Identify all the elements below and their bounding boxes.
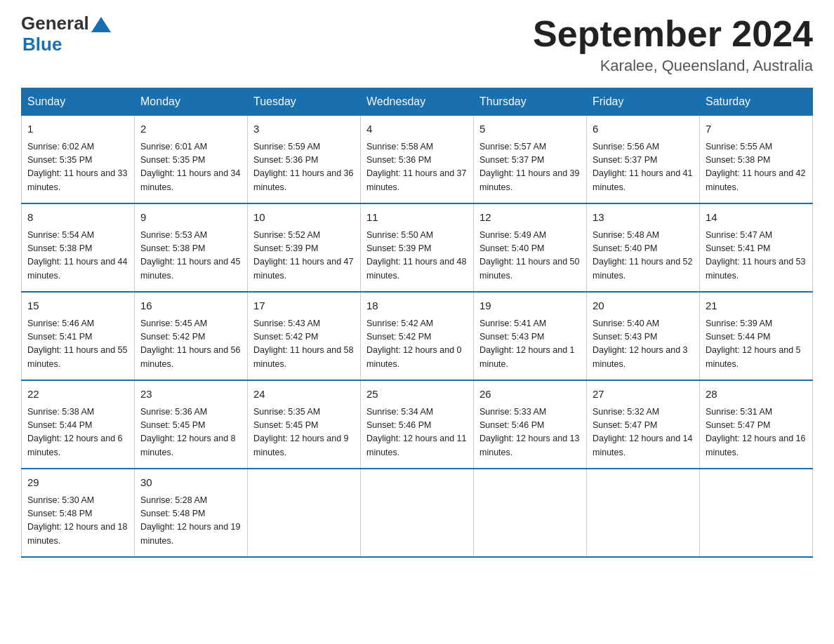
week-row-5: 29Sunrise: 5:30 AMSunset: 5:48 PMDayligh… — [22, 469, 813, 557]
day-info: Sunrise: 5:53 AMSunset: 5:38 PMDaylight:… — [140, 229, 241, 283]
day-number: 17 — [253, 298, 355, 314]
day-info: Sunrise: 5:58 AMSunset: 5:36 PMDaylight:… — [366, 140, 468, 195]
day-info: Sunrise: 5:59 AMSunset: 5:36 PMDaylight:… — [253, 140, 355, 195]
day-number: 9 — [140, 210, 241, 226]
calendar-cell: 16Sunrise: 5:45 AMSunset: 5:42 PMDayligh… — [135, 292, 248, 380]
calendar-cell: 5Sunrise: 5:57 AMSunset: 5:37 PMDaylight… — [474, 116, 587, 204]
day-number: 23 — [140, 387, 241, 403]
logo-triangle-icon — [91, 17, 111, 32]
day-info: Sunrise: 6:02 AMSunset: 5:35 PMDaylight:… — [27, 140, 128, 195]
calendar-cell: 2Sunrise: 6:01 AMSunset: 5:35 PMDaylight… — [135, 116, 248, 204]
calendar-cell: 11Sunrise: 5:50 AMSunset: 5:39 PMDayligh… — [361, 203, 474, 292]
day-number: 13 — [593, 210, 694, 226]
calendar-cell: 18Sunrise: 5:42 AMSunset: 5:42 PMDayligh… — [361, 292, 474, 380]
week-row-1: 1Sunrise: 6:02 AMSunset: 5:35 PMDaylight… — [22, 116, 813, 204]
header-day-thursday: Thursday — [474, 88, 587, 116]
day-number: 4 — [366, 121, 468, 137]
calendar-cell: 9Sunrise: 5:53 AMSunset: 5:38 PMDaylight… — [135, 203, 248, 292]
day-number: 25 — [366, 387, 468, 403]
calendar-cell: 13Sunrise: 5:48 AMSunset: 5:40 PMDayligh… — [587, 203, 700, 292]
header-day-sunday: Sunday — [22, 88, 135, 116]
calendar-cell: 27Sunrise: 5:32 AMSunset: 5:47 PMDayligh… — [587, 380, 700, 469]
day-info: Sunrise: 5:35 AMSunset: 5:45 PMDaylight:… — [253, 405, 355, 460]
calendar-cell — [700, 469, 813, 557]
main-title: September 2024 — [533, 14, 813, 54]
day-info: Sunrise: 5:34 AMSunset: 5:46 PMDaylight:… — [366, 405, 468, 460]
header-day-monday: Monday — [135, 88, 248, 116]
calendar-body: 1Sunrise: 6:02 AMSunset: 5:35 PMDaylight… — [22, 116, 813, 558]
calendar-cell: 8Sunrise: 5:54 AMSunset: 5:38 PMDaylight… — [22, 203, 135, 292]
calendar-cell: 4Sunrise: 5:58 AMSunset: 5:36 PMDaylight… — [361, 116, 474, 204]
day-info: Sunrise: 5:56 AMSunset: 5:37 PMDaylight:… — [593, 140, 694, 195]
logo-general-text: General — [21, 14, 89, 32]
day-number: 11 — [366, 210, 468, 226]
calendar-cell: 19Sunrise: 5:41 AMSunset: 5:43 PMDayligh… — [474, 292, 587, 380]
day-info: Sunrise: 5:52 AMSunset: 5:39 PMDaylight:… — [253, 229, 355, 283]
calendar-cell: 26Sunrise: 5:33 AMSunset: 5:46 PMDayligh… — [474, 380, 587, 469]
day-info: Sunrise: 5:36 AMSunset: 5:45 PMDaylight:… — [140, 405, 241, 460]
day-info: Sunrise: 5:54 AMSunset: 5:38 PMDaylight:… — [27, 229, 128, 283]
day-info: Sunrise: 5:57 AMSunset: 5:37 PMDaylight:… — [479, 140, 581, 195]
day-info: Sunrise: 5:48 AMSunset: 5:40 PMDaylight:… — [593, 229, 694, 283]
calendar-cell: 15Sunrise: 5:46 AMSunset: 5:41 PMDayligh… — [22, 292, 135, 380]
day-number: 18 — [366, 298, 468, 314]
day-info: Sunrise: 5:49 AMSunset: 5:40 PMDaylight:… — [479, 229, 581, 283]
calendar-cell — [361, 469, 474, 557]
day-info: Sunrise: 5:43 AMSunset: 5:42 PMDaylight:… — [253, 317, 355, 372]
day-info: Sunrise: 5:33 AMSunset: 5:46 PMDaylight:… — [479, 405, 581, 460]
day-info: Sunrise: 5:38 AMSunset: 5:44 PMDaylight:… — [27, 405, 128, 460]
logo-blue-text: Blue — [22, 34, 62, 55]
calendar-cell: 3Sunrise: 5:59 AMSunset: 5:36 PMDaylight… — [248, 116, 361, 204]
header-day-wednesday: Wednesday — [361, 88, 474, 116]
calendar-header: SundayMondayTuesdayWednesdayThursdayFrid… — [22, 88, 813, 116]
day-info: Sunrise: 5:50 AMSunset: 5:39 PMDaylight:… — [366, 229, 468, 283]
calendar-table: SundayMondayTuesdayWednesdayThursdayFrid… — [21, 88, 813, 558]
calendar-cell: 17Sunrise: 5:43 AMSunset: 5:42 PMDayligh… — [248, 292, 361, 380]
day-info: Sunrise: 5:30 AMSunset: 5:48 PMDaylight:… — [27, 494, 128, 549]
day-info: Sunrise: 5:47 AMSunset: 5:41 PMDaylight:… — [706, 229, 807, 283]
day-info: Sunrise: 5:41 AMSunset: 5:43 PMDaylight:… — [479, 317, 581, 372]
day-number: 20 — [593, 298, 694, 314]
title-area: September 2024 Karalee, Queensland, Aust… — [533, 14, 813, 75]
day-number: 24 — [253, 387, 355, 403]
logo: General Blue — [21, 14, 113, 55]
day-number: 22 — [27, 387, 128, 403]
header-day-saturday: Saturday — [700, 88, 813, 116]
day-number: 6 — [593, 121, 694, 137]
calendar-cell: 6Sunrise: 5:56 AMSunset: 5:37 PMDaylight… — [587, 116, 700, 204]
day-info: Sunrise: 5:40 AMSunset: 5:43 PMDaylight:… — [593, 317, 694, 372]
calendar-cell: 12Sunrise: 5:49 AMSunset: 5:40 PMDayligh… — [474, 203, 587, 292]
calendar-cell: 24Sunrise: 5:35 AMSunset: 5:45 PMDayligh… — [248, 380, 361, 469]
day-number: 29 — [27, 475, 128, 491]
day-number: 21 — [706, 298, 807, 314]
week-row-3: 15Sunrise: 5:46 AMSunset: 5:41 PMDayligh… — [22, 292, 813, 380]
calendar-cell: 28Sunrise: 5:31 AMSunset: 5:47 PMDayligh… — [700, 380, 813, 469]
calendar-cell — [248, 469, 361, 557]
day-number: 26 — [479, 387, 581, 403]
day-info: Sunrise: 5:28 AMSunset: 5:48 PMDaylight:… — [140, 494, 241, 549]
calendar-cell: 23Sunrise: 5:36 AMSunset: 5:45 PMDayligh… — [135, 380, 248, 469]
day-number: 19 — [479, 298, 581, 314]
calendar-cell — [587, 469, 700, 557]
header: General Blue September 2024 Karalee, Que… — [21, 14, 813, 75]
day-info: Sunrise: 5:45 AMSunset: 5:42 PMDaylight:… — [140, 317, 241, 372]
calendar-cell: 30Sunrise: 5:28 AMSunset: 5:48 PMDayligh… — [135, 469, 248, 557]
day-info: Sunrise: 5:55 AMSunset: 5:38 PMDaylight:… — [706, 140, 807, 195]
day-number: 30 — [140, 475, 241, 491]
calendar-cell — [474, 469, 587, 557]
week-row-2: 8Sunrise: 5:54 AMSunset: 5:38 PMDaylight… — [22, 203, 813, 292]
calendar-cell: 21Sunrise: 5:39 AMSunset: 5:44 PMDayligh… — [700, 292, 813, 380]
calendar-cell: 25Sunrise: 5:34 AMSunset: 5:46 PMDayligh… — [361, 380, 474, 469]
day-number: 2 — [140, 121, 241, 137]
day-number: 8 — [27, 210, 128, 226]
header-day-friday: Friday — [587, 88, 700, 116]
day-number: 10 — [253, 210, 355, 226]
calendar-cell: 29Sunrise: 5:30 AMSunset: 5:48 PMDayligh… — [22, 469, 135, 557]
day-number: 16 — [140, 298, 241, 314]
day-info: Sunrise: 5:46 AMSunset: 5:41 PMDaylight:… — [27, 317, 128, 372]
day-info: Sunrise: 5:32 AMSunset: 5:47 PMDaylight:… — [593, 405, 694, 460]
calendar-cell: 14Sunrise: 5:47 AMSunset: 5:41 PMDayligh… — [700, 203, 813, 292]
header-day-tuesday: Tuesday — [248, 88, 361, 116]
day-info: Sunrise: 5:31 AMSunset: 5:47 PMDaylight:… — [706, 405, 807, 460]
day-info: Sunrise: 5:42 AMSunset: 5:42 PMDaylight:… — [366, 317, 468, 372]
